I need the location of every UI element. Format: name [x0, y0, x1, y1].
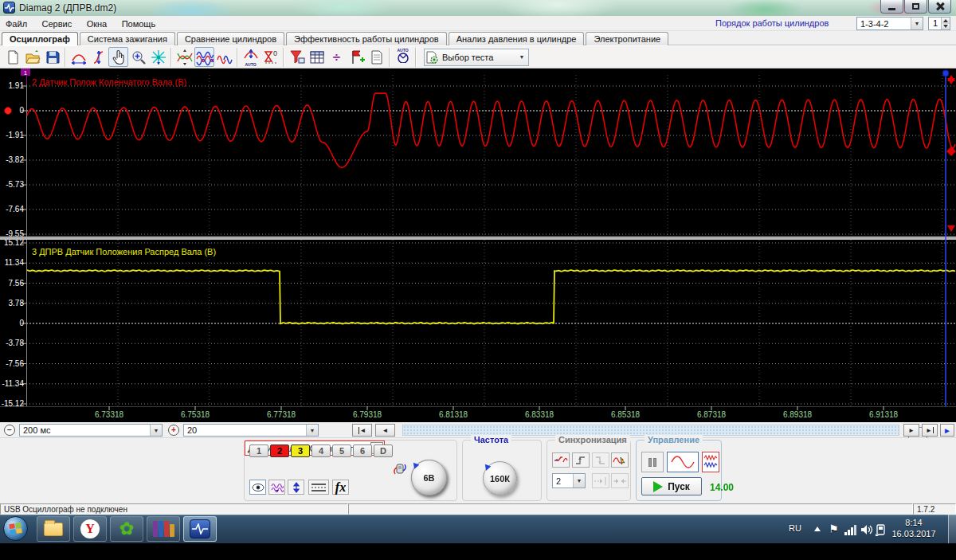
tray-expand-icon[interactable] — [814, 527, 821, 531]
fit-horizontal-button[interactable] — [69, 47, 88, 67]
grid-lines-button[interactable] — [308, 480, 329, 495]
cylinder-spinner[interactable]: 1 — [928, 17, 950, 30]
menu-help[interactable]: Помощь — [116, 18, 162, 29]
chevron-down-icon[interactable]: ▼ — [911, 18, 923, 29]
zoom-button[interactable] — [128, 47, 148, 67]
svg-text:-7.64: -7.64 — [6, 205, 24, 213]
channel-button-1[interactable]: 1 — [249, 444, 268, 457]
taskbar-winrar[interactable] — [147, 516, 180, 542]
time-scrollbar[interactable] — [402, 425, 899, 436]
pan-hand-button[interactable] — [108, 47, 128, 67]
show-desktop-button[interactable] — [948, 515, 956, 543]
channel-button-6[interactable]: 6 — [353, 444, 372, 457]
sync-delay-button[interactable] — [592, 473, 609, 488]
open-file-button[interactable] — [22, 47, 42, 67]
visibility-toggle[interactable] — [249, 480, 266, 495]
sync-manual-button[interactable] — [611, 452, 629, 468]
compare-channels-button[interactable] — [174, 47, 194, 67]
menu-windows[interactable]: Окна — [81, 18, 113, 29]
report-button[interactable] — [366, 47, 386, 67]
channel-button-D[interactable]: D — [374, 444, 393, 457]
ac-coupling-button[interactable] — [268, 480, 285, 495]
zero-level-button[interactable]: 0 — [261, 47, 280, 67]
tab-5[interactable]: Электропитание — [586, 32, 668, 45]
go-end-icon: ► — [926, 427, 932, 434]
add-marker-button[interactable] — [347, 47, 366, 67]
lines-icon — [311, 483, 327, 492]
new-file-button[interactable] — [2, 47, 22, 67]
zoom-out-time-button[interactable]: − — [4, 425, 15, 436]
play-forward-button[interactable]: ► — [940, 424, 954, 437]
go-start-button[interactable]: ◄ — [352, 424, 372, 437]
tab-2[interactable]: Сравнение цилиндров — [177, 32, 284, 45]
minimize-button[interactable] — [880, 0, 903, 14]
tray-network-icon[interactable] — [844, 525, 856, 535]
xy-mode-button[interactable] — [148, 47, 168, 67]
probe-icon[interactable] — [393, 461, 407, 480]
math-divide-button[interactable]: ÷ — [327, 47, 347, 67]
sync-center-button[interactable] — [611, 473, 629, 488]
fit-vertical-button[interactable] — [88, 47, 108, 67]
channel-button-5[interactable]: 5 — [332, 444, 351, 457]
run-title: Управление — [645, 435, 703, 444]
tab-3[interactable]: Эффективность работы цилиндров — [286, 32, 447, 45]
tab-1[interactable]: Система зажигания — [80, 32, 175, 45]
filter-button[interactable] — [287, 47, 307, 67]
pause-button[interactable] — [641, 452, 664, 472]
channel-button-3[interactable]: 3 — [291, 444, 310, 457]
spin-down-button[interactable] — [941, 24, 950, 30]
autoscale-vertical-button[interactable] — [288, 480, 304, 495]
tray-volume-icon[interactable] — [860, 524, 873, 538]
single-sweep-button[interactable] — [667, 452, 699, 472]
maximize-button[interactable] — [904, 0, 927, 14]
chevron-down-icon: ▼ — [306, 425, 318, 436]
step-back-button[interactable]: ◄ — [375, 424, 395, 437]
svg-text:6.81318: 6.81318 — [439, 410, 468, 419]
winrar-books-icon — [153, 521, 174, 537]
go-end-button[interactable]: ► — [922, 424, 938, 437]
tray-language[interactable]: RU — [789, 523, 801, 533]
sync-rising-signal-button[interactable] — [552, 452, 570, 468]
menu-file[interactable]: Файл — [0, 18, 33, 29]
sync-channel-select[interactable]: 2 ▼ — [552, 473, 586, 488]
start-button-orb[interactable] — [3, 516, 28, 541]
time-per-div-select[interactable]: 200 мс ▼ — [19, 424, 163, 437]
test-select-dropdown[interactable]: Выбор теста ▼ — [424, 49, 529, 66]
maximize-icon — [912, 3, 919, 10]
close-button[interactable] — [928, 0, 951, 14]
channel-button-2[interactable]: 2 — [270, 444, 289, 457]
sync-title: Синхронизация — [555, 435, 630, 444]
split-channels-button[interactable] — [214, 47, 234, 67]
svg-text:1.91: 1.91 — [9, 81, 25, 90]
step-forward-button[interactable]: ► — [903, 424, 919, 437]
svg-text:-1.91: -1.91 — [6, 131, 24, 139]
tab-4[interactable]: Анализ давления в цилиндре — [449, 32, 585, 45]
spin-up-button[interactable] — [941, 18, 950, 24]
taskbar-icq[interactable]: ✿ — [110, 516, 143, 542]
taskbar-yandex[interactable]: Y — [73, 516, 107, 542]
taskbar-diamag-active[interactable] — [183, 516, 217, 542]
zoom-in-time-button[interactable]: + — [168, 425, 179, 436]
firing-order-select[interactable]: 1-3-4-2 ▼ — [856, 17, 923, 30]
tray-clock[interactable]: 8:14 16.03.2017 — [889, 517, 938, 539]
start-button[interactable]: Пуск — [641, 477, 702, 495]
auto-measure-button[interactable]: AUTO — [393, 47, 413, 67]
tray-flag-icon[interactable]: ⚑ — [829, 523, 839, 535]
channel-button-4[interactable]: 4 — [311, 444, 331, 457]
oscilloscope-plot[interactable]: 1.910-1.91-3.82-5.73-7.64-9.5515.1211.34… — [0, 69, 956, 422]
svg-text:6.87318: 6.87318 — [697, 410, 727, 419]
table-view-button[interactable] — [307, 47, 327, 67]
save-button[interactable] — [42, 47, 62, 67]
math-function-button[interactable]: fx — [332, 480, 349, 495]
sync-groupbox: Синхронизация 2 ▼ — [547, 440, 631, 501]
sync-edge-up-button[interactable] — [572, 452, 590, 468]
overlay-channels-button[interactable] — [194, 47, 214, 67]
sync-edge-down-button[interactable] — [592, 452, 609, 468]
tray-eject-icon[interactable] — [875, 523, 887, 539]
menu-service[interactable]: Сервис — [37, 18, 78, 29]
continuous-sweep-button[interactable] — [702, 452, 719, 472]
tab-0[interactable]: Осциллограф — [2, 32, 78, 46]
auto-scale-button[interactable]: AUTO — [241, 47, 261, 67]
depth-select[interactable]: 20 ▼ — [183, 424, 319, 437]
taskbar-explorer[interactable] — [37, 516, 70, 542]
